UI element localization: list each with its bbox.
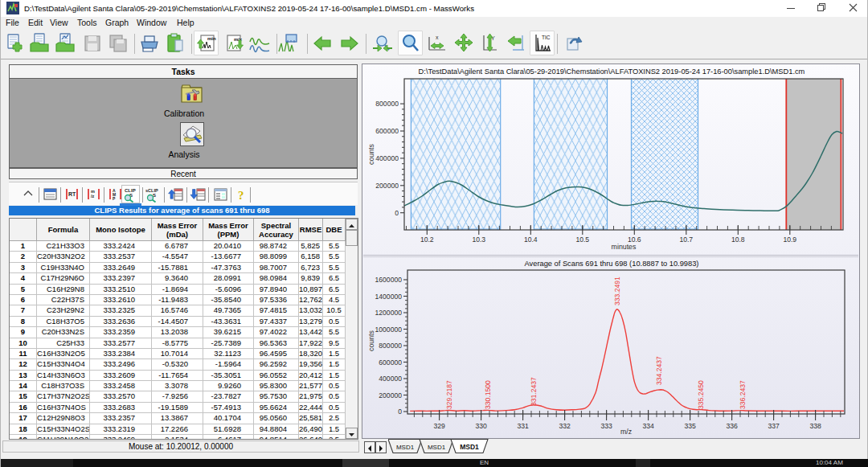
- svg-text:337: 337: [768, 422, 780, 430]
- svg-text:400000: 400000: [379, 375, 402, 383]
- svg-text:10.7: 10.7: [679, 236, 693, 244]
- svg-text:sCLIP: sCLIP: [145, 188, 158, 193]
- svg-text:/z: /z: [91, 194, 95, 199]
- svg-text:0: 0: [398, 408, 402, 416]
- svg-text:10.2: 10.2: [420, 236, 434, 244]
- svg-text:330: 330: [475, 422, 487, 430]
- svg-text:333.2491: 333.2491: [613, 277, 621, 305]
- svg-text:counts: counts: [367, 143, 375, 165]
- svg-text:10.4: 10.4: [524, 236, 538, 244]
- svg-text:336: 336: [726, 422, 738, 430]
- svg-text:331: 331: [517, 422, 529, 430]
- svg-text:Average of Scans 691 thru 698: Average of Scans 691 thru 698 (10.8887 t…: [525, 260, 699, 268]
- svg-text:334.2437: 334.2437: [655, 356, 663, 385]
- svg-text:MSD1: MSD1: [428, 444, 446, 451]
- svg-text:m/z: m/z: [620, 428, 632, 436]
- svg-text:335: 335: [684, 422, 696, 430]
- svg-text:200000: 200000: [379, 391, 402, 399]
- svg-text:10.8: 10.8: [731, 236, 745, 244]
- svg-text:333: 333: [600, 422, 612, 430]
- svg-text:334: 334: [642, 422, 654, 430]
- svg-text:200000: 200000: [375, 182, 399, 190]
- svg-text:RT: RT: [68, 191, 76, 197]
- svg-text:0: 0: [395, 209, 399, 217]
- svg-text:400000: 400000: [375, 154, 399, 162]
- svg-text:600000: 600000: [375, 127, 399, 135]
- svg-text:335.2450: 335.2450: [697, 380, 705, 409]
- svg-text:800000: 800000: [375, 100, 399, 108]
- svg-text:10.9: 10.9: [783, 236, 796, 244]
- svg-text:1400000: 1400000: [375, 293, 403, 301]
- svg-text:330.1500: 330.1500: [484, 380, 492, 409]
- svg-text:10.3: 10.3: [472, 236, 485, 244]
- svg-text:counts: counts: [367, 330, 375, 351]
- svg-text:338: 338: [809, 422, 821, 430]
- svg-text:minutes: minutes: [612, 243, 637, 251]
- svg-text:800000: 800000: [379, 342, 402, 350]
- svg-text:x: x: [436, 35, 439, 40]
- svg-text:min: min: [207, 36, 216, 41]
- svg-text:TIC: TIC: [542, 35, 551, 40]
- svg-text:332: 332: [559, 422, 571, 430]
- svg-text:600000: 600000: [379, 358, 402, 367]
- svg-text:1000000: 1000000: [375, 326, 403, 334]
- svg-text:1600000: 1600000: [375, 276, 403, 284]
- svg-text:331.2437: 331.2437: [530, 377, 538, 406]
- svg-text:1200000: 1200000: [375, 309, 403, 317]
- svg-text:329.2187: 329.2187: [445, 380, 453, 409]
- svg-text:10.5: 10.5: [575, 236, 589, 244]
- svg-text:MSD1: MSD1: [396, 444, 415, 451]
- svg-text:329: 329: [433, 422, 445, 430]
- svg-text:336.2437: 336.2437: [739, 380, 747, 409]
- svg-text:D:\TestData\Agilent Santa Clar: D:\TestData\Agilent Santa Clara\05-29-20…: [419, 68, 805, 76]
- svg-text:?: ?: [238, 189, 244, 202]
- svg-text:MSD1: MSD1: [460, 443, 479, 451]
